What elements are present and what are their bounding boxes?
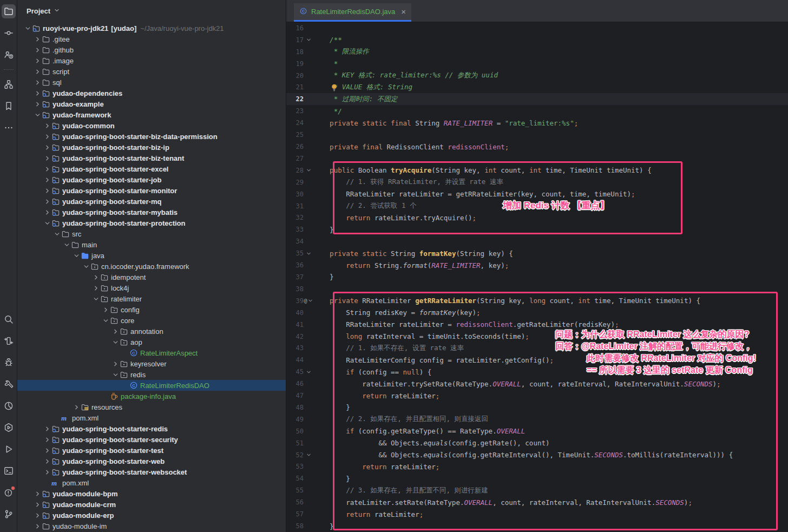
tree-item-main[interactable]: main <box>17 239 286 250</box>
tree-item-yudao-spring-boot-starter-test[interactable]: yudao-spring-boot-starter-test <box>17 445 286 456</box>
chevron-right-icon[interactable] <box>34 36 42 43</box>
tree-item-cn-iocoder-yudao-framework[interactable]: cn.iocoder.yudao.framework <box>17 261 286 272</box>
chevron-down-icon[interactable] <box>102 317 110 324</box>
build-icon[interactable] <box>2 377 16 391</box>
tree-item-yudao-spring-boot-starter-websocket[interactable]: yudao-spring-boot-starter-websocket <box>17 467 286 477</box>
code-line-32[interactable]: 32 return rateLimiter.tryAcquire(); <box>286 212 788 224</box>
tree-item-lock4j[interactable]: lock4j <box>17 283 286 293</box>
code-line-40[interactable]: 40 String redisKey = formatKey(key); <box>286 307 788 319</box>
chevron-right-icon[interactable] <box>34 47 42 54</box>
chevron-down-icon[interactable] <box>43 220 51 227</box>
tree-item--gitee[interactable]: .gitee <box>17 34 286 44</box>
code-line-20[interactable]: 20 * KEY 格式: rate_limiter:%s // 参数为 uuid <box>286 70 788 82</box>
code-line-41[interactable]: 41 RRateLimiter rateLimiter = redissonCl… <box>286 319 788 331</box>
tree-item-yudao-spring-boot-starter-excel[interactable]: yudao-spring-boot-starter-excel <box>17 163 286 174</box>
tree-item-yudao-spring-boot-starter-security[interactable]: yudao-spring-boot-starter-security <box>17 434 286 445</box>
code-line-30[interactable]: 30 RRateLimiter rateLimiter = getRRateLi… <box>286 188 788 200</box>
chevron-right-icon[interactable] <box>92 274 100 281</box>
tree-item-yudao-spring-boot-starter-biz-data-permission[interactable]: yudao-spring-boot-starter-biz-data-permi… <box>17 131 286 142</box>
chevron-right-icon[interactable] <box>102 306 110 313</box>
code-line-18[interactable]: 18 * 限流操作 <box>286 46 788 58</box>
code-line-55[interactable]: 55 // 3. 如果存在, 并且配置不同, 则进行新建 <box>286 484 788 496</box>
chevron-right-icon[interactable] <box>43 155 51 162</box>
tree-item-yudao-spring-boot-starter-mq[interactable]: yudao-spring-boot-starter-mq <box>17 196 286 207</box>
chevron-right-icon[interactable] <box>43 209 51 216</box>
fold-chevron-icon[interactable] <box>304 37 313 43</box>
code-line-47[interactable]: 47 return rateLimiter; <box>286 390 788 402</box>
tree-item-redis[interactable]: redis <box>17 369 286 380</box>
tree-item-yudao-spring-boot-starter-mybatis[interactable]: yudao-spring-boot-starter-mybatis <box>17 207 286 218</box>
code-line-27[interactable]: 27 <box>286 153 788 165</box>
chevron-right-icon[interactable] <box>34 90 42 97</box>
chevron-right-icon[interactable] <box>43 166 51 173</box>
tree-item-pom-xml[interactable]: mpom.xml <box>17 477 286 488</box>
in-out-arrows-icon[interactable] <box>2 334 16 348</box>
code-line-16[interactable]: 16 <box>286 22 788 34</box>
debug-icon[interactable] <box>2 356 16 370</box>
tree-item-yudao-spring-boot-starter-biz-tenant[interactable]: yudao-spring-boot-starter-biz-tenant <box>17 153 286 163</box>
services-icon[interactable] <box>2 421 16 435</box>
pull-requests-icon[interactable] <box>2 48 16 62</box>
fold-chevron-icon[interactable] <box>304 452 313 458</box>
tree-item-yudao-spring-boot-starter-job[interactable]: yudao-spring-boot-starter-job <box>17 174 286 185</box>
code-line-46[interactable]: 46 rateLimiter.trySetRate(RateType.OVERA… <box>286 378 788 390</box>
tree-item-yudao-example[interactable]: yudao-example <box>17 98 286 109</box>
terminal-icon[interactable] <box>2 464 16 478</box>
tree-item-java[interactable]: java <box>17 250 286 261</box>
tree-item-yudao-framework[interactable]: yudao-framework <box>17 109 286 120</box>
code-line-38[interactable]: 38 <box>286 283 788 295</box>
bookmarks-icon[interactable] <box>2 99 16 113</box>
tree-item-core[interactable]: core <box>17 315 286 326</box>
tree-item-pom-xml[interactable]: mpom.xml <box>17 412 286 423</box>
tree-item-config[interactable]: config <box>17 304 286 315</box>
git-branch-icon[interactable] <box>2 507 16 521</box>
code-line-57[interactable]: 57 return rateLimiter; <box>286 508 788 520</box>
chevron-right-icon[interactable] <box>73 404 81 411</box>
tree-item-yudao-common[interactable]: yudao-common <box>17 120 286 131</box>
tree-item-ratelimiterredisdao[interactable]: CRateLimiterRedisDAO <box>17 380 286 391</box>
tree-item-package-info-java[interactable]: package-info.java <box>17 391 286 402</box>
chevron-right-icon[interactable] <box>34 68 42 75</box>
chevron-right-icon[interactable] <box>34 523 42 530</box>
chevron-right-icon[interactable] <box>92 285 100 292</box>
run-icon[interactable] <box>2 442 16 456</box>
chevron-right-icon[interactable] <box>43 447 51 454</box>
more-icon[interactable] <box>2 121 16 135</box>
code-line-45[interactable]: 45 if (config == null) { <box>286 366 788 378</box>
code-line-23[interactable]: 23 */ <box>286 105 788 117</box>
code-line-54[interactable]: 54 } <box>286 472 788 484</box>
code-line-42[interactable]: 42 long rateInterval = timeUnit.toSecond… <box>286 331 788 343</box>
chevron-down-icon[interactable] <box>73 252 81 259</box>
tree-item-yudao-spring-boot-starter-protection[interactable]: yudao-spring-boot-starter-protection <box>17 218 286 228</box>
chevron-right-icon[interactable] <box>43 133 51 140</box>
problems-icon[interactable] <box>2 485 16 500</box>
structure-icon[interactable] <box>2 77 16 91</box>
chevron-down-icon[interactable] <box>92 295 100 303</box>
chevron-down-icon[interactable] <box>82 263 90 270</box>
tree-item-yudao-spring-boot-starter-redis[interactable]: yudao-spring-boot-starter-redis <box>17 423 286 434</box>
code-line-22[interactable]: 22 * 过期时间: 不固定 <box>286 93 788 105</box>
chevron-right-icon[interactable] <box>43 458 51 465</box>
code-line-43[interactable]: 43 // 1. 如果不存在, 设置 rate 速率 <box>286 342 788 354</box>
fold-chevron-icon[interactable] <box>304 251 313 257</box>
code-line-39[interactable]: 39@ private RRateLimiter getRRateLimiter… <box>286 295 788 307</box>
annotation-gutter-icon[interactable]: @ <box>304 298 313 304</box>
tree-item--image[interactable]: .image <box>17 55 286 66</box>
chevron-down-icon[interactable] <box>34 111 42 119</box>
code-line-28[interactable]: 28 public Boolean tryAcquire(String key,… <box>286 165 788 176</box>
chevron-right-icon[interactable] <box>43 436 51 443</box>
chevron-down-icon[interactable] <box>63 241 71 248</box>
chevron-right-icon[interactable] <box>43 176 51 183</box>
chevron-right-icon[interactable] <box>34 501 42 508</box>
code-line-51[interactable]: 51 && Objects.equals(config.getRate(), c… <box>286 437 788 449</box>
code-line-31[interactable]: 31 // 2. 尝试获取 1 个 <box>286 200 788 212</box>
chevron-right-icon[interactable] <box>34 490 42 497</box>
fold-chevron-icon[interactable] <box>304 369 313 375</box>
project-folder-icon[interactable] <box>2 4 16 18</box>
code-line-37[interactable]: 37 } <box>286 271 788 283</box>
fold-chevron-icon[interactable] <box>304 167 313 173</box>
code-line-53[interactable]: 53 return rateLimiter; <box>286 461 788 473</box>
chevron-down-icon[interactable] <box>111 339 120 346</box>
chevron-down-icon[interactable] <box>24 25 32 32</box>
code-line-33[interactable]: 33 } <box>286 224 788 235</box>
